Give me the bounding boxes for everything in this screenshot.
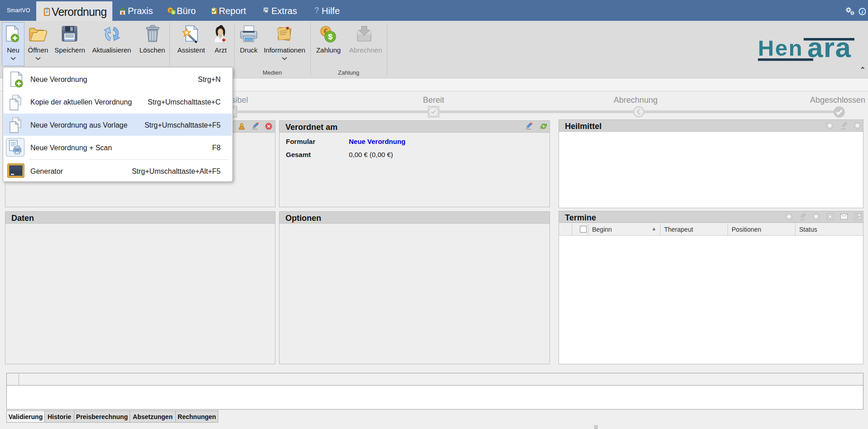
svg-text:ara: ara bbox=[807, 35, 852, 62]
svg-text:Hen: Hen bbox=[758, 36, 803, 60]
svg-text:$: $ bbox=[172, 10, 174, 14]
svg-text:$: $ bbox=[328, 33, 333, 41]
svg-text:€: € bbox=[637, 108, 641, 116]
